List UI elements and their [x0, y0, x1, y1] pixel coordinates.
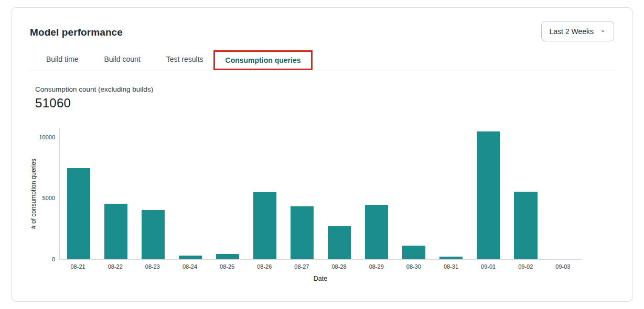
bar-slot — [60, 128, 97, 259]
y-tick-0: 0 — [52, 256, 55, 262]
model-performance-card: Model performance Last 2 Weeks ⌄ Build t… — [12, 7, 632, 302]
card-header: Model performance Last 2 Weeks ⌄ — [30, 23, 614, 41]
bar-slot — [507, 128, 544, 259]
metric-block: Consumption count (excluding builds) 510… — [30, 85, 614, 111]
bar-slot — [470, 128, 507, 259]
bar-slot — [209, 128, 246, 259]
bar-08-25[interactable] — [216, 254, 239, 259]
bar-slot — [283, 128, 320, 259]
bar-slot — [433, 128, 470, 259]
bar-08-22[interactable] — [104, 204, 127, 259]
bar-08-23[interactable] — [142, 210, 165, 259]
x-axis-ticks: 08-2108-2208-2308-2408-2508-2608-2708-28… — [59, 263, 582, 270]
x-tick-08-21: 08-21 — [59, 263, 96, 270]
bar-08-26[interactable] — [253, 192, 276, 259]
bar-slot — [358, 128, 395, 259]
tab-bar: Build timeBuild countTest resultsConsump… — [30, 47, 614, 71]
time-period-value: Last 2 Weeks — [550, 27, 594, 36]
x-tick-09-03: 09-03 — [544, 263, 582, 270]
x-tick-09-01: 09-01 — [470, 263, 507, 270]
tab-consumption-queries[interactable]: Consumption queries — [213, 50, 313, 70]
bar-08-21[interactable] — [67, 168, 90, 259]
x-tick-08-28: 08-28 — [320, 263, 358, 270]
bar-slot — [134, 128, 171, 259]
x-tick-08-27: 08-27 — [283, 263, 320, 270]
x-tick-08-29: 08-29 — [358, 263, 395, 270]
plot-region: 0500010000 08-2108-2208-2308-2408-2508-2… — [59, 128, 582, 282]
bar-slot — [321, 128, 358, 259]
bar-08-28[interactable] — [328, 226, 351, 259]
bar-09-01[interactable] — [477, 131, 500, 259]
x-tick-08-23: 08-23 — [134, 263, 171, 270]
plot-area: 0500010000 — [59, 128, 582, 260]
tab-build-count[interactable]: Build count — [104, 55, 140, 71]
y-axis-label: # of consumption queries — [30, 128, 38, 260]
bar-08-24[interactable] — [179, 256, 202, 259]
bar-08-30[interactable] — [402, 246, 425, 259]
bar-08-29[interactable] — [365, 205, 388, 259]
bar-08-31[interactable] — [439, 257, 463, 259]
x-tick-08-24: 08-24 — [171, 263, 208, 270]
bar-slot — [395, 128, 433, 259]
tab-build-time[interactable]: Build time — [46, 55, 78, 71]
y-tick-5000: 5000 — [42, 195, 55, 201]
chevron-down-icon: ⌄ — [600, 27, 606, 32]
x-axis-label: Date — [59, 275, 582, 282]
bar-slot — [246, 128, 283, 259]
consumption-queries-chart: # of consumption queries 0500010000 08-2… — [30, 128, 582, 282]
x-tick-09-02: 09-02 — [507, 263, 544, 270]
x-tick-08-31: 08-31 — [432, 263, 469, 270]
x-tick-08-30: 08-30 — [395, 263, 432, 270]
bar-slot — [97, 128, 134, 259]
x-tick-08-26: 08-26 — [246, 263, 283, 270]
x-tick-08-25: 08-25 — [209, 263, 246, 270]
bar-09-02[interactable] — [514, 192, 537, 260]
tab-test-results[interactable]: Test results — [166, 55, 203, 71]
bar-slot — [544, 128, 582, 259]
bar-slot — [171, 128, 209, 259]
bar-08-27[interactable] — [291, 206, 314, 259]
y-tick-10000: 10000 — [39, 134, 55, 140]
time-period-dropdown[interactable]: Last 2 Weeks ⌄ — [541, 21, 614, 41]
metric-value: 51060 — [35, 96, 614, 111]
x-tick-08-22: 08-22 — [96, 263, 134, 270]
page-title: Model performance — [30, 27, 123, 38]
metric-label: Consumption count (excluding builds) — [35, 85, 614, 93]
